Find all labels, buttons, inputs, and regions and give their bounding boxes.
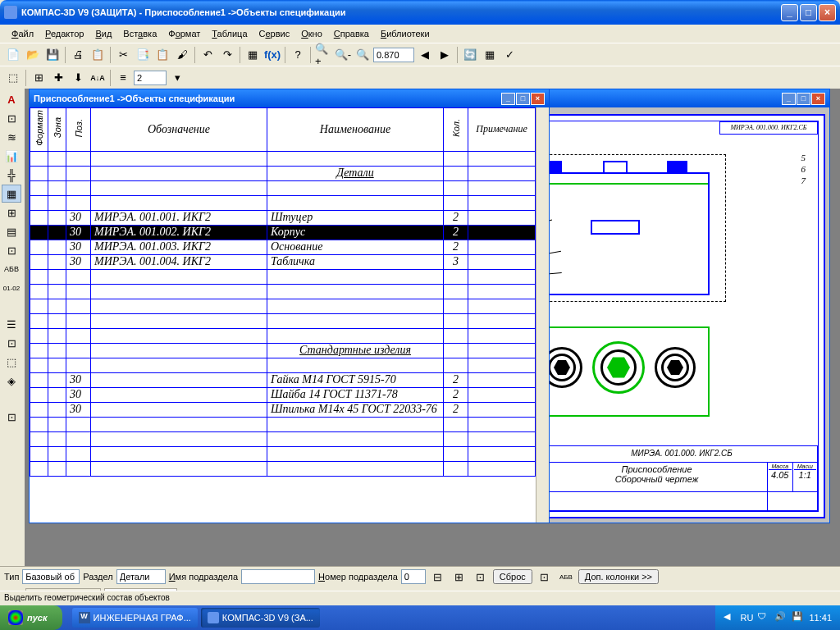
lt-btn16[interactable]: ⊡ <box>2 408 21 426</box>
lt-btn15[interactable]: ◈ <box>2 372 21 390</box>
lt-btn11[interactable]: 01-02 <box>2 279 21 297</box>
table-button[interactable]: ▦ <box>244 46 262 64</box>
tray-icon-3[interactable]: 🔊 <box>774 611 788 624</box>
table-row[interactable] <box>30 299 536 313</box>
maximize-button[interactable]: □ <box>800 4 817 21</box>
spec-close-button[interactable]: × <box>531 93 545 105</box>
minimize-button[interactable]: _ <box>781 4 798 21</box>
lt-btn12[interactable]: ☰ <box>2 315 21 333</box>
spec-max-button[interactable]: □ <box>516 93 530 105</box>
table-row[interactable] <box>30 195 536 210</box>
copy-button[interactable]: 📑 <box>134 46 152 64</box>
zoom-prev-button[interactable]: ◀ <box>416 46 434 64</box>
toolbar2-input[interactable] <box>134 71 167 85</box>
bp-btn5[interactable]: АБВ <box>557 568 575 586</box>
tb2-btn5[interactable]: A↓A <box>89 69 107 87</box>
start-button[interactable]: пуск <box>0 605 62 630</box>
open-button[interactable]: 📂 <box>24 46 42 64</box>
spec-window[interactable]: Приспособление1 ->Объекты спецификации _… <box>29 89 550 523</box>
system-tray[interactable]: ◀ RU 🛡 🔊 💾 11:41 <box>715 605 840 630</box>
spec-titlebar[interactable]: Приспособление1 ->Объекты спецификации _… <box>30 89 549 107</box>
menu-view[interactable]: Вид <box>90 27 116 40</box>
table-row[interactable] <box>30 180 536 195</box>
new-button[interactable]: 📄 <box>4 46 22 64</box>
spec-min-button[interactable]: _ <box>501 93 515 105</box>
table-row[interactable] <box>30 461 536 476</box>
zoom-out-button[interactable]: 🔍- <box>334 46 352 64</box>
lt-btn2[interactable]: ⊡ <box>2 109 21 127</box>
section-input[interactable] <box>116 569 166 584</box>
table-row[interactable] <box>30 358 536 372</box>
taskbar-item-kompas[interactable]: КОМПАС-3D V9 (ЗА... <box>201 608 320 628</box>
type-input[interactable] <box>22 569 80 584</box>
pointer-button[interactable]: ✓ <box>500 46 518 64</box>
subname-input[interactable] <box>241 569 315 584</box>
extra-cols-button[interactable]: Доп. колонки >> <box>578 569 659 584</box>
reset-button[interactable]: Сброс <box>493 569 532 584</box>
table-row[interactable]: 30Шпилька М14х 45 ГОСТ 22033-762 <box>30 402 536 417</box>
lt-btn10[interactable]: АБВ <box>2 260 21 278</box>
table-row[interactable] <box>30 417 536 431</box>
lt-btn8[interactable]: ▤ <box>2 222 21 240</box>
tb2-btn4[interactable]: ⬇ <box>69 69 87 87</box>
table-row[interactable] <box>30 269 536 284</box>
fx-button[interactable]: f(x) <box>263 46 281 64</box>
lt-btn5[interactable]: ╬ <box>2 166 21 184</box>
menu-insert[interactable]: Вставка <box>118 27 162 40</box>
menu-libs[interactable]: Библиотеки <box>376 27 435 40</box>
table-row[interactable] <box>30 328 536 343</box>
bp-btn2[interactable]: ⊞ <box>450 568 468 586</box>
tb2-btn2[interactable]: ⊞ <box>30 69 48 87</box>
lt-btn7[interactable]: ⊞ <box>2 203 21 221</box>
save-button[interactable]: 💾 <box>43 46 62 64</box>
zoom-fit-button[interactable]: 🔍 <box>354 46 372 64</box>
draw-max-button[interactable]: □ <box>797 93 810 105</box>
menu-file[interactable]: Файл <box>7 27 39 40</box>
lt-btn14[interactable]: ⬚ <box>2 353 21 371</box>
redo-button[interactable]: ↷ <box>218 46 236 64</box>
help-pointer-button[interactable]: ? <box>289 46 307 64</box>
table-row-selected[interactable]: 30МИРЭА. 001.002. ИКГ2Корпус2 <box>30 225 536 240</box>
tb2-btn3[interactable]: ✚ <box>49 69 67 87</box>
bp-btn1[interactable]: ⊟ <box>429 568 447 586</box>
bp-btn4[interactable]: ⊡ <box>536 568 554 586</box>
zoom-input[interactable] <box>373 48 414 62</box>
menu-service[interactable]: Сервис <box>254 27 295 40</box>
tb2-btn6[interactable]: ≡ <box>114 69 132 87</box>
spec-scrollbar[interactable] <box>536 107 549 523</box>
lt-btn13[interactable]: ⊡ <box>2 334 21 352</box>
table-row[interactable] <box>30 151 536 166</box>
menu-format[interactable]: Формат <box>163 27 205 40</box>
window-list-button[interactable]: ▦ <box>481 46 499 64</box>
taskbar-item-word[interactable]: W ИНЖЕНЕРНАЯ ГРАФ... <box>72 608 198 628</box>
table-row[interactable] <box>30 446 536 461</box>
tray-icon-1[interactable]: ◀ <box>724 611 737 624</box>
table-row[interactable]: 30МИРЭА. 001.004. ИКГ2Табличка3 <box>30 254 536 269</box>
tb2-dropdown[interactable]: ▾ <box>168 69 186 87</box>
section-row[interactable]: Стандартные изделия <box>30 343 536 358</box>
cut-button[interactable]: ✂ <box>114 46 132 64</box>
zoom-next-button[interactable]: ▶ <box>436 46 454 64</box>
subnum-input[interactable] <box>401 569 426 584</box>
table-row[interactable] <box>30 431 536 446</box>
preview-button[interactable]: 📋 <box>89 46 107 64</box>
menu-table[interactable]: Таблица <box>207 27 252 40</box>
brush-button[interactable]: 🖌 <box>173 46 191 64</box>
undo-button[interactable]: ↶ <box>199 46 217 64</box>
tray-lang[interactable]: RU <box>741 613 754 623</box>
lt-btn6[interactable]: ▦ <box>2 185 21 203</box>
menu-help[interactable]: Справка <box>329 27 374 40</box>
lt-btn3[interactable]: ≋ <box>2 128 21 146</box>
lt-text[interactable]: A <box>2 90 21 108</box>
close-button[interactable]: × <box>819 4 836 21</box>
refresh-button[interactable]: 🔄 <box>461 46 479 64</box>
paste-button[interactable]: 📋 <box>153 46 171 64</box>
tray-icon-4[interactable]: 💾 <box>792 611 805 624</box>
menu-editor[interactable]: Редактор <box>40 27 89 40</box>
tray-icon-2[interactable]: 🛡 <box>757 611 770 624</box>
table-row[interactable]: 30Гайка М14 ГОСТ 5915-702 <box>30 372 536 387</box>
table-row[interactable] <box>30 313 536 328</box>
lt-btn4[interactable]: 📊 <box>2 147 21 165</box>
section-row[interactable]: Детали <box>30 166 536 180</box>
draw-close-button[interactable]: × <box>811 93 825 105</box>
